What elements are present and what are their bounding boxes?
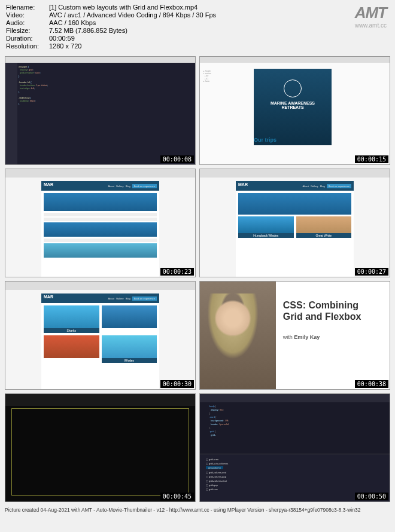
thumbnail-2: ▸ header▸ section ▸ div ▸ h1▸ footer MAR… [199, 56, 390, 165]
nav-item: About [108, 297, 114, 300]
code-preview: body { display: flex;}.card { background… [209, 405, 229, 437]
devtools-panel: ▸ header▸ section ▸ div ▸ h1▸ footer [203, 70, 250, 82]
nav-cta: Book an experience [132, 184, 157, 188]
resolution-label: Resolution: [6, 42, 49, 50]
site-logo: MAR [44, 295, 53, 299]
nav-item: About [303, 185, 309, 188]
thumbnail-4: AboutGalleryBlogBook an experience MAR H… [199, 169, 390, 277]
selected-item: grid-column [206, 466, 223, 469]
thumbnail-7: 00:00:45 [5, 393, 196, 502]
filename-value: [1] Custom web layouts with Grid and Fle… [49, 4, 389, 11]
filesize-label: Filesize: [6, 27, 49, 34]
thumbnail-1: wrapper { display: grid; grid-template: … [5, 56, 196, 165]
nav-item: Blog [320, 185, 325, 188]
title-line: Grid and Flexbox [283, 311, 361, 322]
thumbnail-6: CSS: CombiningGrid and Flexbox with Emil… [199, 281, 390, 390]
video-label: Video: [6, 11, 49, 19]
course-title: CSS: CombiningGrid and Flexbox [283, 299, 382, 322]
nav-item: Gallery [116, 185, 124, 188]
site-nav: AboutGalleryBlogBook an experience [236, 181, 354, 191]
hero-banner: MARINE AWARENESS RETREATS [254, 69, 332, 145]
page-body: Humpback Whales Great White [236, 191, 354, 277]
site-logo: MAR [44, 182, 53, 186]
author-name: Emily Kay [294, 334, 320, 340]
trips-heading: Our trips [254, 137, 276, 143]
card-title: Whales [102, 358, 157, 363]
filename-label: Filename: [6, 4, 49, 11]
nav-item: Blog [126, 297, 130, 300]
site-nav: AboutGalleryBlogBook an experience [41, 293, 159, 303]
wave-icon [284, 80, 302, 97]
nav-item: About [108, 185, 114, 188]
amt-logo: AMT www.amt.cc [355, 4, 387, 29]
thumbnail-3: AboutGalleryBlogBook an experience MAR 0… [5, 169, 196, 277]
duration-value: 00:00:59 [49, 35, 389, 42]
timestamp: 00:00:45 [160, 493, 194, 500]
autocomplete-list: ▢ grid-area▢ grid-auto-columnsgrid-colum… [206, 457, 228, 492]
timestamp: 00:00:23 [160, 268, 194, 276]
card-title: Humpback Whales [238, 233, 294, 238]
presenter-photo [200, 282, 276, 389]
metadata-header: AMT www.amt.cc Filename:[1] Custom web l… [0, 0, 395, 54]
filesize-value: 7.52 MB (7.886.852 Bytes) [49, 27, 389, 34]
title-line: CSS: Combining [283, 300, 358, 310]
code-preview: wrapper { display: grid; grid-template: … [19, 65, 48, 105]
hero-line1: MARINE AWARENESS [254, 101, 332, 105]
timestamp: 00:00:50 [355, 493, 388, 500]
site-logo: MAR [238, 182, 248, 186]
thumbnail-grid: wrapper { display: grid; grid-template: … [0, 54, 395, 505]
with-text: with [283, 334, 294, 340]
logo-text: AMT [355, 4, 387, 22]
site-nav: AboutGalleryBlogBook an experience [41, 181, 159, 191]
nav-cta: Book an experience [132, 296, 157, 301]
author-credit: with Emily Kay [283, 334, 382, 340]
page-body: Sharks Whales [41, 303, 159, 389]
thumbnail-sheet: AMT www.amt.cc Filename:[1] Custom web l… [0, 0, 395, 515]
logo-url: www.amt.cc [355, 22, 387, 29]
audio-value: AAC / 160 Kbps [49, 19, 389, 26]
duration-label: Duration: [6, 35, 49, 42]
nav-item: Gallery [116, 297, 124, 300]
timestamp: 00:00:38 [355, 380, 388, 388]
card-title: Great White [296, 233, 352, 238]
nav-item: Blog [126, 185, 130, 188]
nav-item: Gallery [311, 185, 318, 188]
video-value: AVC / avc1 / Advanced Video Coding / 894… [49, 11, 389, 19]
thumbnail-5: AboutGalleryBlogBook an experience MAR S… [5, 281, 196, 390]
resolution-value: 1280 x 720 [49, 42, 389, 50]
thumbnail-8: body { display: flex;}.card { background… [199, 393, 390, 502]
hero-line2: RETREATS [254, 105, 332, 109]
nav-cta: Book an experience [327, 184, 351, 188]
timestamp: 00:00:08 [160, 155, 194, 163]
video-frame [11, 408, 189, 496]
timestamp: 00:00:30 [160, 380, 194, 388]
page-body [41, 191, 159, 277]
card-title: Sharks [44, 328, 99, 333]
timestamp: 00:00:15 [355, 155, 388, 163]
audio-label: Audio: [6, 19, 49, 26]
footer-credit: Picture created 04-Aug-2021 with AMT - A… [0, 505, 395, 515]
timestamp: 00:00:27 [355, 268, 388, 276]
